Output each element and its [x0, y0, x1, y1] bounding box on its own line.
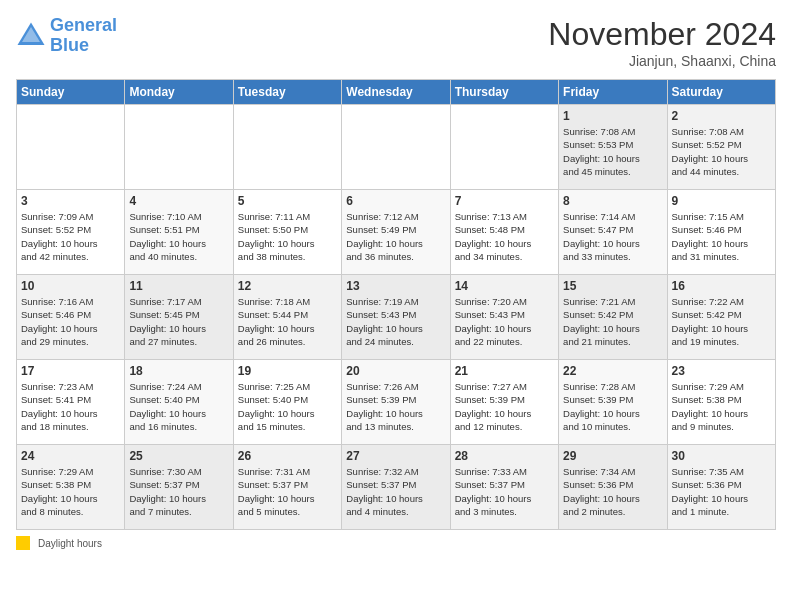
calendar-day-cell: 9Sunrise: 7:15 AM Sunset: 5:46 PM Daylig…: [667, 190, 775, 275]
calendar-day-header: Sunday: [17, 80, 125, 105]
calendar-day-header: Wednesday: [342, 80, 450, 105]
calendar-day-cell: [342, 105, 450, 190]
daylight-box-icon: [16, 536, 30, 550]
day-number: 27: [346, 449, 445, 463]
calendar-day-cell: 14Sunrise: 7:20 AM Sunset: 5:43 PM Dayli…: [450, 275, 558, 360]
calendar-day-cell: 18Sunrise: 7:24 AM Sunset: 5:40 PM Dayli…: [125, 360, 233, 445]
day-info: Sunrise: 7:08 AM Sunset: 5:52 PM Dayligh…: [672, 125, 771, 178]
calendar-week-row: 1Sunrise: 7:08 AM Sunset: 5:53 PM Daylig…: [17, 105, 776, 190]
calendar-day-cell: [450, 105, 558, 190]
day-info: Sunrise: 7:16 AM Sunset: 5:46 PM Dayligh…: [21, 295, 120, 348]
month-title: November 2024: [548, 16, 776, 53]
calendar-week-row: 10Sunrise: 7:16 AM Sunset: 5:46 PM Dayli…: [17, 275, 776, 360]
day-info: Sunrise: 7:14 AM Sunset: 5:47 PM Dayligh…: [563, 210, 662, 263]
calendar-day-cell: 19Sunrise: 7:25 AM Sunset: 5:40 PM Dayli…: [233, 360, 341, 445]
day-number: 2: [672, 109, 771, 123]
day-number: 23: [672, 364, 771, 378]
calendar-day-cell: 28Sunrise: 7:33 AM Sunset: 5:37 PM Dayli…: [450, 445, 558, 530]
day-info: Sunrise: 7:08 AM Sunset: 5:53 PM Dayligh…: [563, 125, 662, 178]
day-info: Sunrise: 7:29 AM Sunset: 5:38 PM Dayligh…: [672, 380, 771, 433]
calendar-day-cell: 24Sunrise: 7:29 AM Sunset: 5:38 PM Dayli…: [17, 445, 125, 530]
calendar-day-cell: 3Sunrise: 7:09 AM Sunset: 5:52 PM Daylig…: [17, 190, 125, 275]
day-number: 6: [346, 194, 445, 208]
day-number: 7: [455, 194, 554, 208]
footer-note: Daylight hours: [16, 536, 776, 550]
day-info: Sunrise: 7:33 AM Sunset: 5:37 PM Dayligh…: [455, 465, 554, 518]
day-number: 9: [672, 194, 771, 208]
day-number: 14: [455, 279, 554, 293]
calendar-day-header: Friday: [559, 80, 667, 105]
day-info: Sunrise: 7:31 AM Sunset: 5:37 PM Dayligh…: [238, 465, 337, 518]
logo-line1: General: [50, 15, 117, 35]
day-info: Sunrise: 7:34 AM Sunset: 5:36 PM Dayligh…: [563, 465, 662, 518]
day-number: 24: [21, 449, 120, 463]
calendar-table: SundayMondayTuesdayWednesdayThursdayFrid…: [16, 79, 776, 530]
calendar-day-cell: 27Sunrise: 7:32 AM Sunset: 5:37 PM Dayli…: [342, 445, 450, 530]
day-info: Sunrise: 7:15 AM Sunset: 5:46 PM Dayligh…: [672, 210, 771, 263]
calendar-day-cell: 13Sunrise: 7:19 AM Sunset: 5:43 PM Dayli…: [342, 275, 450, 360]
day-info: Sunrise: 7:29 AM Sunset: 5:38 PM Dayligh…: [21, 465, 120, 518]
calendar-day-cell: 12Sunrise: 7:18 AM Sunset: 5:44 PM Dayli…: [233, 275, 341, 360]
calendar-day-cell: 25Sunrise: 7:30 AM Sunset: 5:37 PM Dayli…: [125, 445, 233, 530]
calendar-day-cell: [233, 105, 341, 190]
day-number: 4: [129, 194, 228, 208]
calendar-header-row: SundayMondayTuesdayWednesdayThursdayFrid…: [17, 80, 776, 105]
calendar-week-row: 17Sunrise: 7:23 AM Sunset: 5:41 PM Dayli…: [17, 360, 776, 445]
day-number: 30: [672, 449, 771, 463]
calendar-day-header: Thursday: [450, 80, 558, 105]
calendar-day-cell: 26Sunrise: 7:31 AM Sunset: 5:37 PM Dayli…: [233, 445, 341, 530]
title-area: November 2024 Jianjun, Shaanxi, China: [548, 16, 776, 69]
day-info: Sunrise: 7:11 AM Sunset: 5:50 PM Dayligh…: [238, 210, 337, 263]
day-info: Sunrise: 7:18 AM Sunset: 5:44 PM Dayligh…: [238, 295, 337, 348]
day-number: 13: [346, 279, 445, 293]
calendar-day-cell: [17, 105, 125, 190]
day-info: Sunrise: 7:19 AM Sunset: 5:43 PM Dayligh…: [346, 295, 445, 348]
logo-icon: [16, 21, 46, 51]
day-number: 16: [672, 279, 771, 293]
day-number: 18: [129, 364, 228, 378]
day-number: 15: [563, 279, 662, 293]
day-info: Sunrise: 7:20 AM Sunset: 5:43 PM Dayligh…: [455, 295, 554, 348]
day-info: Sunrise: 7:10 AM Sunset: 5:51 PM Dayligh…: [129, 210, 228, 263]
calendar-day-cell: 16Sunrise: 7:22 AM Sunset: 5:42 PM Dayli…: [667, 275, 775, 360]
calendar-day-cell: [125, 105, 233, 190]
calendar-day-cell: 21Sunrise: 7:27 AM Sunset: 5:39 PM Dayli…: [450, 360, 558, 445]
day-number: 25: [129, 449, 228, 463]
calendar-day-cell: 5Sunrise: 7:11 AM Sunset: 5:50 PM Daylig…: [233, 190, 341, 275]
day-info: Sunrise: 7:30 AM Sunset: 5:37 PM Dayligh…: [129, 465, 228, 518]
day-info: Sunrise: 7:26 AM Sunset: 5:39 PM Dayligh…: [346, 380, 445, 433]
calendar-day-cell: 29Sunrise: 7:34 AM Sunset: 5:36 PM Dayli…: [559, 445, 667, 530]
day-number: 19: [238, 364, 337, 378]
calendar-day-cell: 30Sunrise: 7:35 AM Sunset: 5:36 PM Dayli…: [667, 445, 775, 530]
logo-text: General Blue: [50, 16, 117, 56]
logo: General Blue: [16, 16, 117, 56]
location: Jianjun, Shaanxi, China: [548, 53, 776, 69]
calendar-week-row: 3Sunrise: 7:09 AM Sunset: 5:52 PM Daylig…: [17, 190, 776, 275]
day-number: 29: [563, 449, 662, 463]
day-number: 22: [563, 364, 662, 378]
daylight-label: Daylight hours: [38, 538, 102, 549]
day-info: Sunrise: 7:13 AM Sunset: 5:48 PM Dayligh…: [455, 210, 554, 263]
day-number: 1: [563, 109, 662, 123]
day-info: Sunrise: 7:09 AM Sunset: 5:52 PM Dayligh…: [21, 210, 120, 263]
day-info: Sunrise: 7:35 AM Sunset: 5:36 PM Dayligh…: [672, 465, 771, 518]
calendar-day-cell: 4Sunrise: 7:10 AM Sunset: 5:51 PM Daylig…: [125, 190, 233, 275]
day-info: Sunrise: 7:12 AM Sunset: 5:49 PM Dayligh…: [346, 210, 445, 263]
logo-line2: Blue: [50, 35, 89, 55]
calendar-day-header: Monday: [125, 80, 233, 105]
calendar-day-cell: 15Sunrise: 7:21 AM Sunset: 5:42 PM Dayli…: [559, 275, 667, 360]
day-number: 28: [455, 449, 554, 463]
calendar-day-cell: 23Sunrise: 7:29 AM Sunset: 5:38 PM Dayli…: [667, 360, 775, 445]
calendar-day-header: Saturday: [667, 80, 775, 105]
day-info: Sunrise: 7:25 AM Sunset: 5:40 PM Dayligh…: [238, 380, 337, 433]
day-number: 26: [238, 449, 337, 463]
day-info: Sunrise: 7:21 AM Sunset: 5:42 PM Dayligh…: [563, 295, 662, 348]
calendar-day-cell: 11Sunrise: 7:17 AM Sunset: 5:45 PM Dayli…: [125, 275, 233, 360]
day-number: 10: [21, 279, 120, 293]
calendar-day-cell: 10Sunrise: 7:16 AM Sunset: 5:46 PM Dayli…: [17, 275, 125, 360]
calendar-day-cell: 22Sunrise: 7:28 AM Sunset: 5:39 PM Dayli…: [559, 360, 667, 445]
day-number: 3: [21, 194, 120, 208]
page-header: General Blue November 2024 Jianjun, Shaa…: [16, 16, 776, 69]
day-number: 5: [238, 194, 337, 208]
calendar-day-cell: 1Sunrise: 7:08 AM Sunset: 5:53 PM Daylig…: [559, 105, 667, 190]
